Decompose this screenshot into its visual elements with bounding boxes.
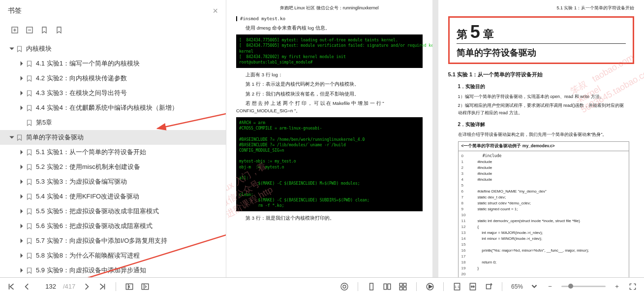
sidebar-item[interactable]: 4.1 实验1：编写一个简单的内核模块: [0, 56, 226, 71]
read-mode-icon[interactable]: [340, 282, 349, 291]
chevron-right-icon[interactable]: [19, 61, 25, 66]
sidebar-item[interactable]: 5.2 实验2：使用misc机制来创建设备: [0, 160, 226, 174]
text-line: 第 1 行：表示这是内核代码树之外的一个内核模块。: [236, 80, 423, 88]
fullscreen-icon[interactable]: [628, 282, 637, 291]
chevron-right-icon[interactable]: [19, 90, 25, 96]
text-line: 第 2 行：我们内核模块没有签名，但是不影响使用。: [236, 90, 423, 98]
chevron-down-icon[interactable]: [530, 282, 539, 291]
first-page-icon[interactable]: [7, 282, 16, 291]
autoscroll-icon[interactable]: [426, 282, 434, 291]
page-right: 5.1 实验 1：从一个简单的字符设备开始 第 5 章 简单的字符设备驱动 5.…: [438, 0, 644, 277]
bookmarks-sidebar: 书签 × 内核模块4.1 实验1：编写一个简单的内核模块4.2 实验2：向内核模…: [0, 0, 226, 277]
chevron-right-icon[interactable]: [19, 208, 25, 214]
chevron-right-icon[interactable]: [19, 238, 25, 244]
last-page-icon[interactable]: [98, 282, 107, 291]
two-page-icon[interactable]: [383, 282, 392, 291]
svg-point-13: [341, 283, 348, 290]
next-page-icon[interactable]: [82, 282, 91, 291]
sidebar-item[interactable]: 4.4 实验4：在优麒麟系统中编译内核模块（新增）: [0, 100, 226, 115]
bookmark-icon: [27, 179, 32, 185]
paragraph: 2）编写相应的用户空间测试程序，要求测试程序调用 read()函数，并能看到对应…: [458, 102, 625, 116]
chevron-right-icon[interactable]: [19, 75, 25, 81]
bookmark-icon: [27, 149, 32, 156]
sidebar-item-label: 5.6 实验6：把虚拟设备驱动改成阻塞模式: [36, 222, 153, 230]
zoom-slider[interactable]: [561, 286, 606, 287]
page-input[interactable]: [38, 283, 56, 290]
sidebar-item-label: 4.2 实验2：向内核模块传递参数: [36, 74, 127, 83]
chevron-right-icon[interactable]: [19, 223, 25, 229]
bookmark-icon: [27, 267, 32, 274]
bookmark-icon: [27, 253, 32, 259]
chevron-right-icon[interactable]: [19, 267, 25, 273]
close-icon[interactable]: ×: [213, 6, 218, 16]
fit-width-icon[interactable]: [468, 282, 477, 291]
sidebar-item[interactable]: 简单的字符设备驱动: [0, 130, 226, 145]
svg-rect-15: [370, 283, 373, 290]
sidebar-title: 书签: [8, 6, 22, 15]
paragraph: 1）编写一个简单的字符设备驱动，实现基本的 open、read 和 write …: [458, 93, 625, 100]
remove-bookmark-icon[interactable]: [26, 26, 33, 34]
section-title: 5.1 实验 1：从一个简单的字符设备开始: [448, 71, 635, 78]
code-listing: <一个简单的字符设备驱动例子 my_demodev.c> 0 #include …: [458, 141, 630, 277]
chevron-right-icon[interactable]: [19, 179, 25, 185]
chevron-down-icon[interactable]: [9, 134, 15, 140]
bottom-toolbar: /417 1:1 65% − +: [0, 277, 644, 295]
insmod-cmd: #insmod mytest.ko: [236, 16, 423, 21]
svg-rect-20: [399, 287, 402, 290]
bookmark-icon: [27, 120, 32, 126]
terminal-output-1: [ 842434.775005] mytest: loading out-of-…: [236, 34, 423, 68]
bookmark-icon: [17, 134, 22, 141]
zoom-out-icon[interactable]: −: [546, 282, 554, 291]
chapter-title-box: 第 5 章 简单的字符设备驱动: [448, 16, 635, 64]
svg-rect-19: [403, 283, 406, 286]
svg-rect-9: [126, 284, 133, 289]
svg-text:1:1: 1:1: [455, 285, 460, 289]
sidebar-item[interactable]: 第5章: [0, 115, 226, 130]
chevron-right-icon[interactable]: [19, 253, 25, 259]
grid-view-icon[interactable]: [399, 282, 407, 291]
page-left: 奔跑吧 Linux 社区 微信公众号：runninglinuxkernel #i…: [226, 0, 432, 277]
sidebar-item[interactable]: 5.7 实验7：向虚拟设备中添加I/O多路复用支持: [0, 233, 226, 248]
sidebar-item[interactable]: 5.9 实验9：向虚拟设备中添加异步通知: [0, 263, 226, 277]
chevron-right-icon[interactable]: [19, 164, 25, 170]
prev-page-icon[interactable]: [23, 282, 31, 291]
sidebar-item[interactable]: 4.2 实验2：向内核模块传递参数: [0, 71, 226, 86]
expand-icon[interactable]: [141, 282, 150, 291]
svg-point-14: [343, 285, 346, 288]
sidebar-item-label: 内核模块: [26, 44, 52, 53]
text-line: 上面有 3 行 log：: [236, 71, 423, 78]
sidebar-item-label: 5.1 实验1：从一个简单的字符设备开始: [36, 148, 146, 157]
bookmark-outline-icon[interactable]: [55, 26, 63, 34]
sidebar-item[interactable]: 内核模块: [0, 41, 226, 56]
document-view: 奔跑吧 Linux 社区 微信公众号：runninglinuxkernel #i…: [226, 0, 644, 277]
sidebar-item[interactable]: 5.8 实验8：为什么不能唤醒读写进程: [0, 248, 226, 263]
terminal-output-2: #ARCH = arm #CROSS_COMPILE = arm-linux-g…: [236, 117, 423, 211]
sidebar-item-label: 5.5 实验5：把虚拟设备驱动改成非阻塞模式: [36, 207, 159, 216]
code-header: <一个简单的字符设备驱动例子 my_demodev.c>: [459, 142, 629, 151]
bookmark-icon[interactable]: [40, 26, 48, 34]
sidebar-item[interactable]: 5.3 实验3：为虚拟设备编写驱动: [0, 174, 226, 189]
svg-rect-17: [388, 284, 391, 289]
subsection-title: 2．实验详解: [458, 121, 635, 128]
bookmark-icon: [27, 164, 32, 170]
sidebar-toolbar: [0, 22, 226, 38]
chevron-right-icon[interactable]: [19, 149, 25, 155]
chevron-down-icon[interactable]: [9, 46, 15, 52]
sidebar-item[interactable]: 5.6 实验6：把虚拟设备驱动改成阻塞模式: [0, 219, 226, 233]
chevron-right-icon[interactable]: [19, 194, 25, 199]
sidebar-item[interactable]: 5.1 实验1：从一个简单的字符设备开始: [0, 145, 226, 160]
chevron-right-icon[interactable]: [19, 105, 25, 111]
sidebar-item[interactable]: 5.5 实验5：把虚拟设备驱动改成非阻塞模式: [0, 204, 226, 219]
fit-page-icon[interactable]: 1:1: [453, 282, 461, 291]
collapse-icon[interactable]: [125, 282, 134, 291]
zoom-in-icon[interactable]: +: [613, 282, 621, 291]
add-bookmark-icon[interactable]: [11, 26, 19, 34]
single-page-icon[interactable]: [367, 282, 376, 291]
sidebar-item-label: 第5章: [36, 118, 52, 127]
sidebar-item-label: 简单的字符设备驱动: [26, 133, 84, 142]
sidebar-item[interactable]: 4.3 实验3：在模块之间导出符号: [0, 86, 226, 100]
sidebar-item[interactable]: 5.4 实验4：使用KFIFO改进设备驱动: [0, 189, 226, 204]
sidebar-item-label: 5.2 实验2：使用misc机制来创建设备: [36, 163, 140, 171]
sidebar-item-label: 5.9 实验9：向虚拟设备中添加异步通知: [36, 266, 146, 275]
rotate-icon[interactable]: [484, 282, 493, 291]
